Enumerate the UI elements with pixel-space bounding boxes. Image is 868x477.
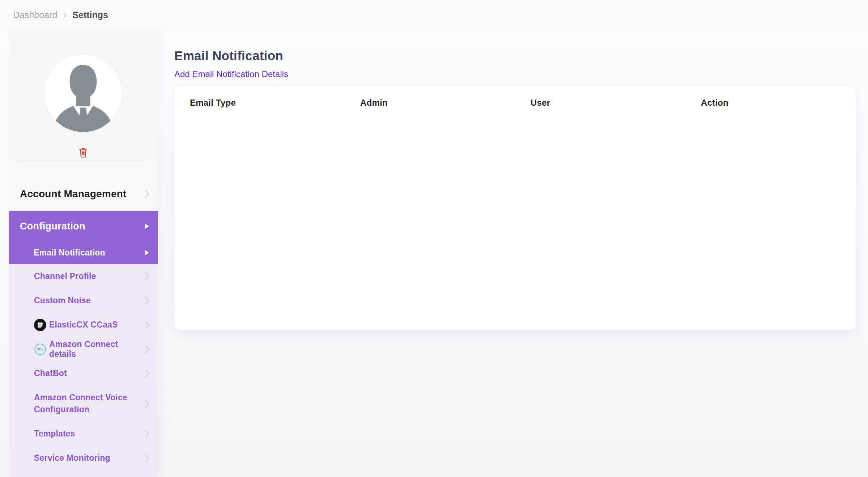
nav-item-channel-profile[interactable]: Channel Profile (9, 264, 158, 288)
profile-section (9, 31, 158, 161)
email-notification-table-card: Email Type Admin User Action (174, 86, 856, 330)
nav-item-email-notification-active[interactable]: Email Notification (9, 241, 158, 264)
chevron-right-icon (144, 453, 150, 463)
nav-item-amazon-connect-voice-configuration[interactable]: Amazon Connect Voice Configuration (9, 385, 158, 422)
topbar: Dashboard › Settings (0, 0, 868, 30)
page-body: Account Management Configuration Email N… (0, 31, 868, 477)
column-header-action: Action (685, 98, 856, 108)
breadcrumb-dashboard-link[interactable]: Dashboard (13, 10, 57, 20)
chevron-right-icon (144, 271, 150, 281)
nav-item-amazon-connect-details[interactable]: Amazon Connect details (9, 337, 158, 361)
nav-item-configuration[interactable]: Configuration (9, 211, 158, 241)
breadcrumb-current-settings: Settings (72, 10, 108, 20)
arrow-right-solid-icon (144, 223, 150, 230)
nav-item-elasticcx-ccaas[interactable]: ElasticCX CCaaS (9, 313, 158, 337)
arrow-right-solid-icon (144, 249, 150, 256)
add-email-notification-details-link[interactable]: Add Email Notification Details (174, 68, 288, 80)
page-title: Email Notification (174, 47, 868, 64)
column-header-admin: Admin (345, 98, 515, 108)
amazon-connect-icon (34, 343, 46, 355)
settings-nav: Account Management Configuration Email N… (9, 161, 158, 477)
elasticcx-icon (34, 319, 46, 331)
column-header-email-type: Email Type (174, 98, 345, 108)
column-header-user: User (515, 98, 685, 108)
settings-sidebar: Account Management Configuration Email N… (9, 31, 158, 477)
chevron-right-icon (144, 189, 150, 199)
table-header-row: Email Type Admin User Action (174, 86, 856, 108)
nav-item-templates[interactable]: Templates (9, 422, 158, 446)
nav-item-custom-noise[interactable]: Custom Noise (9, 288, 158, 313)
breadcrumb-separator-icon: › (63, 9, 67, 20)
user-silhouette-icon (44, 55, 122, 132)
chevron-right-icon (144, 344, 150, 354)
nav-item-service-monitoring[interactable]: Service Monitoring (9, 446, 158, 470)
configuration-submenu: Channel Profile Custom Noise (9, 264, 158, 477)
table-body-empty (174, 108, 856, 311)
nav-item-account-management[interactable]: Account Management (9, 161, 158, 211)
nav-item-chatbot[interactable]: ChatBot (9, 361, 158, 385)
trash-icon (77, 147, 89, 158)
main-content: Email Notification Add Email Notificatio… (174, 31, 868, 330)
nav-group-configuration-active: Configuration Email Notification (9, 211, 158, 264)
delete-avatar-button[interactable] (76, 145, 90, 160)
chevron-right-icon (144, 320, 150, 330)
chevron-right-icon (144, 296, 150, 305)
chevron-right-icon (144, 429, 150, 439)
chevron-right-icon (144, 368, 150, 378)
chevron-right-icon (144, 399, 150, 409)
avatar (44, 55, 122, 132)
